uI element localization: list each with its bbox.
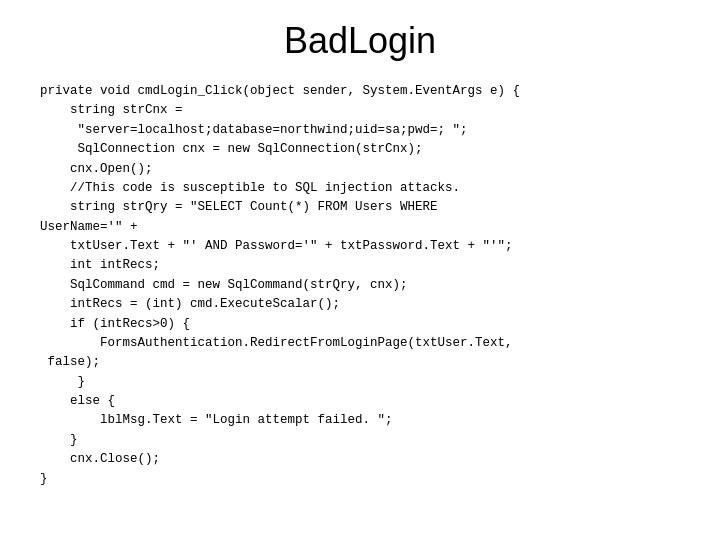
code-line-21: } <box>40 472 48 486</box>
code-line-20: cnx.Close(); <box>40 452 160 466</box>
code-line-8: UserName='" + <box>40 220 138 234</box>
code-line-9: txtUser.Text + "' AND Password='" + txtP… <box>40 239 513 253</box>
code-line-2: string strCnx = <box>40 103 183 117</box>
code-line-13: if (intRecs>0) { <box>40 317 190 331</box>
code-line-19: } <box>40 433 78 447</box>
code-line-14: FormsAuthentication.RedirectFromLoginPag… <box>40 336 513 350</box>
code-line-15: false); <box>40 355 100 369</box>
code-line-12: intRecs = (int) cmd.ExecuteScalar(); <box>40 297 340 311</box>
code-line-4: SqlConnection cnx = new SqlConnection(st… <box>40 142 423 156</box>
code-line-5: cnx.Open(); <box>40 162 153 176</box>
code-line-18: lblMsg.Text = "Login attempt failed. "; <box>40 413 393 427</box>
page-container: BadLogin private void cmdLogin_Click(obj… <box>0 0 720 540</box>
code-line-7: string strQry = "SELECT Count(*) FROM Us… <box>40 200 438 214</box>
code-block: private void cmdLogin_Click(object sende… <box>40 82 680 489</box>
code-line-1: private void cmdLogin_Click(object sende… <box>40 84 520 98</box>
code-line-11: SqlCommand cmd = new SqlCommand(strQry, … <box>40 278 408 292</box>
code-line-17: else { <box>40 394 115 408</box>
code-line-10: int intRecs; <box>40 258 160 272</box>
code-line-16: } <box>40 375 85 389</box>
code-line-6: //This code is susceptible to SQL inject… <box>40 181 460 195</box>
code-line-3: "server=localhost;database=northwind;uid… <box>40 123 468 137</box>
page-title: BadLogin <box>40 20 680 62</box>
